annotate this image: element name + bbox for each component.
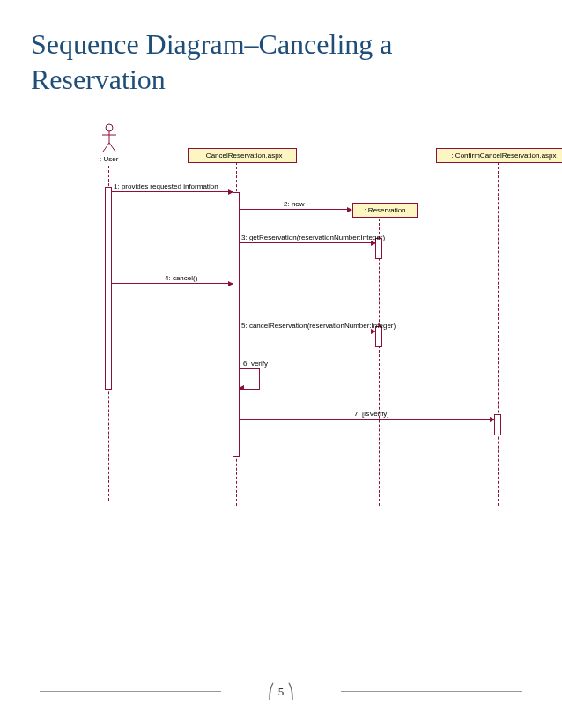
stick-figure-icon (100, 123, 118, 153)
msg-5: 5: cancelReservation(reservationNumber:I… (240, 321, 375, 331)
msg-2-label: 2: new (284, 200, 305, 208)
activation-cancel (233, 192, 240, 457)
sequence-diagram: : User : CancelReservation.aspx : Reserv… (66, 123, 559, 529)
object-confirm: : ConfirmCancelReservation.aspx (436, 148, 562, 163)
svg-line-3 (103, 143, 109, 152)
msg-6: 6: verify (240, 368, 275, 388)
bracket-left-icon: ⎛ (268, 683, 275, 700)
footer-rule-right (341, 691, 522, 692)
activation-user (105, 187, 112, 390)
msg-4-label: 4: cancel() (165, 274, 197, 282)
page-number: 5 (278, 685, 285, 699)
msg-3-label: 3: getReservation(reservationNumber:Inte… (241, 234, 385, 241)
page-footer: ⎛ 5 ⎞ (0, 683, 562, 700)
actor-user: : User (100, 123, 118, 163)
activation-confirm (494, 414, 501, 435)
msg-1-label: 1: provides requested information (114, 182, 218, 190)
lifeline-confirm (498, 162, 499, 506)
object-cancel: : CancelReservation.aspx (188, 148, 297, 163)
svg-line-4 (109, 143, 115, 152)
footer-rule-left (40, 691, 221, 692)
object-reservation: : Reservation (352, 203, 418, 218)
msg-6-label: 6: verify (243, 360, 268, 368)
msg-7-label: 7: [IsVerify] (354, 410, 389, 418)
msg-7: 7: [IsVerify] (240, 409, 494, 420)
page-title: Sequence Diagram–Canceling a Reservation (31, 26, 531, 97)
svg-point-0 (106, 124, 113, 131)
lifeline-reservation (379, 219, 380, 506)
page-number-wrap: ⎛ 5 ⎞ (268, 683, 295, 700)
bracket-right-icon: ⎞ (287, 683, 294, 700)
msg-3: 3: getReservation(reservationNumber:Inte… (240, 233, 375, 243)
msg-4: 4: cancel() (112, 273, 233, 284)
msg-1: 1: provides requested information (112, 182, 233, 192)
msg-2: 2: new (240, 199, 351, 210)
actor-user-label: : User (100, 155, 118, 163)
